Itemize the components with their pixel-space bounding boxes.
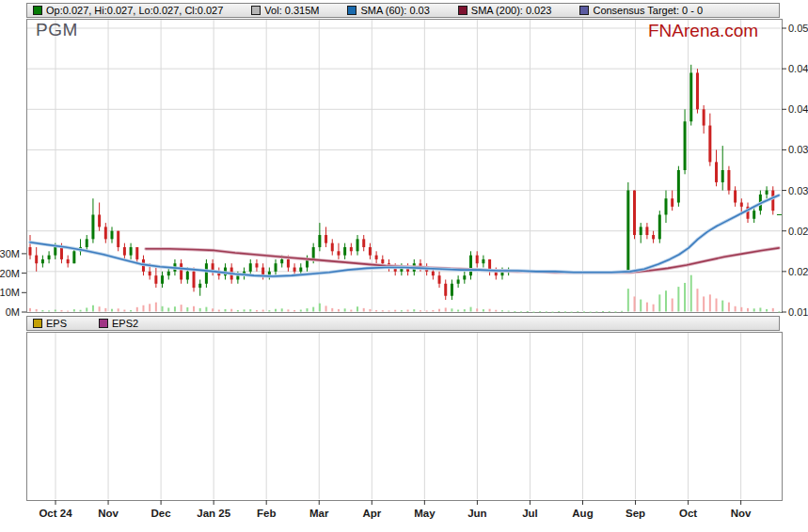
candle-body: [130, 247, 133, 256]
candle-body: [740, 203, 743, 207]
legend-item-sma200: SMA (200): 0.023: [458, 5, 552, 16]
consensus-target-swatch-icon: [579, 6, 589, 15]
eps-chart-panel: [27, 333, 783, 501]
candle-body: [111, 231, 114, 240]
symbol-title: PGM: [36, 20, 78, 40]
candle-body: [54, 247, 56, 256]
price-tick-label: 0.050: [788, 23, 808, 34]
month-tick-label: Nov: [731, 508, 752, 519]
candle-body: [727, 170, 730, 191]
legend-item-label: EPS2: [112, 318, 138, 329]
legend-item-label: Consensus Target: 0 - 0: [593, 5, 703, 16]
candle-body: [369, 247, 372, 256]
month-tick-label: Oct: [679, 508, 697, 519]
month-tick-label: Oct 24: [39, 508, 72, 519]
price-tick-label: 0.035: [788, 144, 808, 155]
candle-body: [696, 72, 699, 109]
month-tick-label: May: [414, 508, 436, 519]
price-tick-label: 0.015: [788, 306, 808, 318]
candle-body: [287, 259, 290, 268]
candle-body: [708, 126, 711, 163]
candle-body: [72, 251, 75, 263]
candle-body: [280, 259, 283, 263]
candle-body: [180, 263, 182, 279]
month-tick-label: Jul: [522, 508, 538, 519]
candle-body: [29, 247, 32, 256]
candle-body: [205, 263, 208, 284]
candle-body: [356, 239, 359, 251]
eps-swatch-icon: [33, 319, 42, 328]
volume-tick-label: 0M: [6, 306, 20, 318]
candle-body: [463, 275, 466, 279]
price-tick-label: 0.020: [788, 266, 808, 277]
price-volume-chart: 0.0500.0450.0400.0350.0300.0250.0200.015…: [0, 0, 808, 532]
candle-body: [91, 214, 94, 239]
candle-body: [325, 235, 327, 243]
price-legend-bar: Op:0.027, Hi:0.027, Lo:0.027, Cl:0.027Vo…: [26, 3, 780, 18]
candle-body: [689, 72, 692, 121]
candle-body: [703, 109, 705, 125]
candle-body: [771, 191, 774, 211]
candle-body: [476, 256, 479, 264]
candle-body: [135, 247, 138, 259]
candle-body: [255, 263, 258, 267]
legend-item-label: EPS: [46, 318, 67, 329]
candle-body: [48, 256, 51, 259]
candle-body: [469, 256, 472, 276]
candle-body: [664, 198, 667, 214]
candle-body: [117, 231, 119, 247]
ohlc-swatch-icon: [33, 6, 42, 15]
candle-body: [482, 259, 484, 263]
candle-body: [186, 272, 189, 280]
month-tick-label: Aug: [572, 508, 593, 519]
volume-swatch-icon: [251, 6, 261, 15]
month-tick-label: Mar: [309, 508, 329, 519]
candle-body: [734, 191, 737, 203]
candle-body: [331, 243, 334, 252]
candle-body: [149, 272, 151, 275]
candle-body: [154, 275, 157, 284]
candle-body: [640, 227, 642, 235]
candle-body: [60, 247, 63, 259]
candle-body: [275, 263, 277, 272]
candle-body: [457, 279, 460, 283]
candle-body: [444, 284, 447, 296]
month-tick-label: Apr: [362, 508, 381, 519]
candle-body: [161, 275, 164, 284]
candle-body: [299, 268, 302, 272]
candle-body: [98, 214, 101, 227]
candle-body: [236, 275, 239, 279]
candle-body: [381, 259, 384, 263]
candle-body: [350, 247, 353, 251]
candle-body: [67, 259, 70, 263]
price-tick-label: 0.030: [788, 185, 808, 196]
legend-item-label: SMA (200): 0.023: [471, 5, 552, 16]
legend-item-ohlc: Op:0.027, Hi:0.027, Lo:0.027, Cl:0.027: [33, 5, 223, 16]
candle-body: [715, 162, 718, 182]
volume-tick-label: 30M: [0, 248, 20, 259]
candle-body: [337, 251, 340, 255]
legend-item-consensus-target: Consensus Target: 0 - 0: [579, 5, 703, 16]
fnarena-watermark: FNArena.com: [648, 21, 758, 41]
candle-body: [343, 247, 346, 256]
legend-item-eps2: EPS2: [99, 318, 138, 329]
candle-body: [123, 247, 126, 256]
candle-body: [193, 272, 196, 288]
month-tick-label: Sep: [626, 508, 645, 519]
candle-body: [671, 198, 673, 207]
candle-body: [35, 256, 38, 264]
price-tick-label: 0.025: [788, 226, 808, 237]
candle-body: [658, 214, 661, 239]
month-tick-label: Feb: [257, 508, 276, 519]
legend-item-sma60: SMA (60): 0.03: [347, 5, 429, 16]
stock-chart-page: 0.0500.0450.0400.0350.0300.0250.0200.015…: [0, 0, 808, 532]
candle-body: [293, 268, 296, 272]
candle-body: [721, 170, 724, 182]
candle-body: [86, 239, 88, 247]
eps2-swatch-icon: [99, 319, 108, 328]
candle-body: [432, 272, 435, 275]
candle-body: [766, 191, 768, 195]
candle-body: [375, 256, 378, 259]
legend-item-eps: EPS: [33, 318, 67, 329]
legend-item-label: Vol: 0.315M: [264, 5, 319, 16]
